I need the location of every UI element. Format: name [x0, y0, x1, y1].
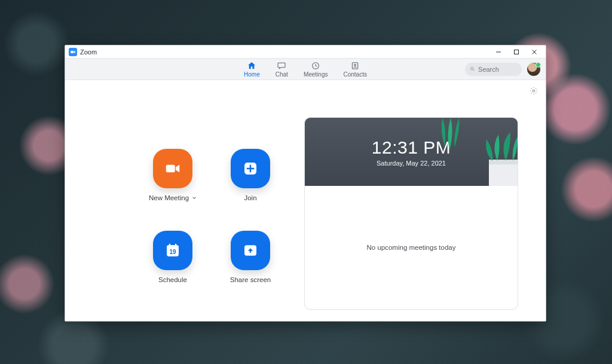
chevron-down-icon: [192, 194, 197, 201]
svg-rect-2: [515, 50, 519, 54]
plus-icon: [241, 160, 259, 178]
calendar-icon: 19: [164, 241, 182, 259]
schedule-action: 19 Schedule: [137, 231, 209, 298]
tab-label: Chat: [276, 71, 288, 78]
search-input-wrap[interactable]: [465, 63, 522, 76]
action-label: Schedule: [158, 276, 187, 283]
new-meeting-button[interactable]: [153, 149, 192, 188]
desktop-wallpaper: Zoom Home Chat: [0, 0, 612, 364]
clock-date: Saturday, May 22, 2021: [377, 160, 446, 167]
tab-contacts[interactable]: Contacts: [343, 59, 366, 79]
share-screen-icon: [241, 241, 259, 259]
empty-message: No upcoming meetings today: [367, 244, 456, 251]
svg-point-8: [471, 67, 474, 70]
settings-button[interactable]: [529, 86, 538, 98]
tab-meetings[interactable]: Meetings: [304, 59, 328, 79]
share-screen-button[interactable]: [231, 231, 270, 270]
search-input[interactable]: [478, 66, 517, 73]
new-meeting-action: New Meeting: [137, 149, 209, 216]
home-content: New Meeting Join: [65, 80, 546, 321]
action-label: New Meeting: [149, 194, 189, 201]
home-actions-grid: New Meeting Join: [137, 149, 286, 298]
nav-tabs: Home Chat Meetings Contacts: [65, 59, 546, 80]
search-icon: [470, 66, 475, 72]
upcoming-empty: No upcoming meetings today: [305, 186, 518, 309]
titlebar: Zoom: [65, 45, 546, 59]
svg-line-9: [473, 70, 475, 71]
tab-label: Contacts: [343, 71, 366, 78]
svg-rect-22: [489, 160, 518, 164]
join-button[interactable]: [231, 149, 270, 188]
minimize-button[interactable]: [489, 45, 507, 59]
zoom-app-icon: [69, 48, 77, 56]
profile-avatar[interactable]: [527, 63, 540, 76]
join-action: Join: [215, 149, 286, 216]
svg-rect-16: [167, 245, 179, 248]
svg-rect-17: [169, 244, 171, 247]
upcoming-panel: 12:31 PM Saturday, May 22, 2021 No upcom…: [304, 117, 518, 310]
close-button[interactable]: [525, 45, 543, 59]
new-meeting-label-row[interactable]: New Meeting: [149, 194, 197, 201]
tab-home[interactable]: Home: [244, 59, 260, 79]
window-title: Zoom: [80, 48, 97, 56]
tab-chat[interactable]: Chat: [276, 59, 288, 79]
svg-point-7: [354, 64, 356, 66]
zoom-window: Zoom Home Chat: [65, 45, 546, 322]
video-icon: [164, 160, 182, 178]
tab-label: Home: [244, 71, 260, 78]
svg-rect-18: [175, 244, 177, 247]
maximize-button[interactable]: [507, 45, 525, 59]
action-label: Share screen: [230, 276, 271, 283]
svg-rect-0: [71, 50, 74, 53]
action-label: Join: [244, 194, 256, 201]
svg-rect-11: [166, 165, 175, 173]
svg-rect-14: [247, 168, 255, 170]
plant-pot-decor-icon: [463, 132, 518, 186]
panel-header: 12:31 PM Saturday, May 22, 2021: [305, 118, 518, 186]
tab-label: Meetings: [304, 71, 328, 78]
schedule-button[interactable]: 19: [153, 231, 192, 270]
svg-text:19: 19: [169, 249, 176, 255]
plant-decor-icon: [436, 118, 466, 154]
share-screen-action: Share screen: [215, 231, 286, 298]
svg-point-10: [533, 90, 534, 91]
